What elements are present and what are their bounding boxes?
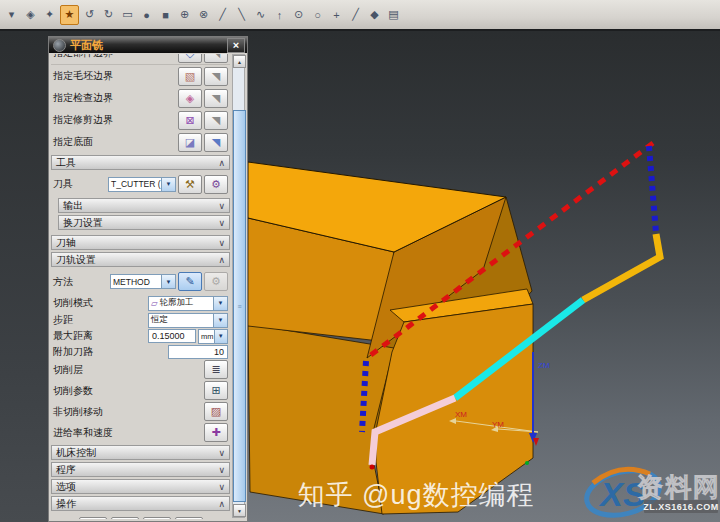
stepover-dropdown[interactable]: 恒定 ▼ [148, 313, 228, 328]
point-circle-icon[interactable]: ⊙ [290, 6, 307, 24]
plus-icon[interactable]: + [328, 6, 345, 24]
trim-boundary-icon[interactable]: ⊠ [178, 111, 202, 130]
row-stepover: 步距 恒定 ▼ [51, 312, 230, 328]
snap-point-icon[interactable]: ✦ [41, 6, 58, 24]
chevron-down-icon: ▼ [214, 330, 228, 343]
blank-boundary-label: 指定毛坯边界 [53, 69, 176, 83]
spline-icon[interactable]: ∿ [252, 6, 269, 24]
max-distance-label: 最大距离 [53, 329, 148, 343]
spin-icon[interactable]: ⊗ [195, 6, 212, 24]
chevron-up-icon: ∧ [218, 499, 225, 509]
dialog-body: 指定部件边界 ◇ ◥ 指定毛坯边界 ▧ ◥ 指定检查边界 ◈ ◥ 指定修剪边界 … [51, 54, 230, 519]
logo-site-name: 资料网 [637, 472, 720, 502]
rotate-right-icon[interactable]: ↻ [100, 6, 117, 24]
line-alt-icon[interactable]: ╲ [233, 6, 250, 24]
part-boundary-select-button[interactable]: ◥ [204, 54, 228, 63]
row-check-boundary: 指定检查边界 ◈ ◥ [51, 87, 230, 109]
non-cutting-moves-button[interactable]: ▨ [204, 402, 228, 421]
row-cut-levels: 切削层 ≣ [51, 359, 230, 380]
rectangle-select-icon[interactable]: ▭ [119, 6, 136, 24]
circle-icon[interactable]: ○ [309, 6, 326, 24]
trim-boundary-select-button[interactable]: ◥ [204, 111, 228, 130]
section-path-settings[interactable]: 刀轨设置 ∧ [51, 252, 230, 267]
render-sphere-icon[interactable]: ● [138, 6, 155, 24]
check-boundary-icon[interactable]: ◈ [178, 89, 202, 108]
chevron-down-icon: ▼ [161, 178, 175, 191]
blank-boundary-select-button[interactable]: ◥ [204, 67, 228, 86]
check-boundary-select-button[interactable]: ◥ [204, 89, 228, 108]
generate-toolpath-button[interactable]: ⇩ [79, 517, 107, 519]
cut-levels-button[interactable]: ≣ [204, 360, 228, 379]
slash-icon[interactable]: ╱ [347, 6, 364, 24]
section-tool-axis[interactable]: 刀轴 ∨ [51, 235, 230, 250]
close-icon[interactable]: × [227, 38, 245, 53]
additional-passes-label: 附加刀路 [53, 345, 168, 359]
rotate-left-icon[interactable]: ↺ [81, 6, 98, 24]
replay-toolpath-button[interactable]: ↺ [111, 517, 139, 519]
section-tool-change[interactable]: 换刀设置 ∨ [58, 215, 230, 230]
chevron-down-icon: ▼ [161, 275, 175, 288]
section-program-label: 程序 [56, 463, 76, 477]
additional-passes-input[interactable]: 10 [168, 345, 228, 359]
axis-label-ym: YM [492, 420, 504, 429]
scroll-down-icon[interactable]: ▼ [233, 504, 246, 517]
watermark-text: 知乎 @ug数控编程 [298, 480, 535, 510]
row-part-boundary-clipped: 指定部件边界 ◇ ◥ [51, 54, 230, 65]
section-options-label: 选项 [56, 480, 76, 494]
section-program[interactable]: 程序 ∨ [51, 462, 230, 477]
max-distance-input[interactable]: 0.15000 [148, 329, 196, 343]
edit-method-button[interactable]: ✎ [178, 272, 202, 291]
part-boundary-icon[interactable]: ◇ [178, 54, 202, 63]
feeds-speeds-button[interactable]: ✚ [204, 423, 228, 442]
shaded-view-icon[interactable]: ■ [157, 6, 174, 24]
axis-origin-point [525, 461, 529, 465]
cut-pattern-label: 切削模式 [53, 296, 148, 310]
tool-dropdown[interactable]: T_CUTTER ( ▼ [108, 177, 176, 192]
section-machine-control[interactable]: 机床控制 ∨ [51, 445, 230, 460]
method-gear-button[interactable]: ⚙ [204, 272, 228, 291]
arrow-up-icon[interactable]: ↑ [271, 6, 288, 24]
selection-filter-icon[interactable]: ◈ [22, 6, 39, 24]
clipboard-icon[interactable]: ▤ [385, 6, 402, 24]
floor-label: 指定底面 [53, 135, 176, 149]
solid-body-icon[interactable]: ◆ [366, 6, 383, 24]
edit-tool-button[interactable]: ⚙ [204, 175, 228, 194]
floor-icon[interactable]: ◪ [178, 133, 202, 152]
scrollbar-thumb[interactable]: ≡ [233, 110, 246, 502]
method-dropdown[interactable]: METHOD ▼ [110, 274, 176, 289]
row-method: 方法 METHOD ▼ ✎ ⚙ [51, 269, 230, 294]
cut-pattern-value: 轮廓加工 [160, 297, 194, 309]
view-dropdown-icon[interactable]: ▾ [3, 6, 20, 24]
new-tool-button[interactable]: ⚒ [178, 175, 202, 194]
line-icon[interactable]: ╱ [214, 6, 231, 24]
chevron-down-icon: ▼ [213, 297, 227, 310]
row-feeds-speeds: 进给率和速度 ✚ [51, 422, 230, 443]
row-cutting-params: 切削参数 ⊞ [51, 380, 230, 401]
tool-label: 刀具 [53, 177, 108, 191]
verify-toolpath-button[interactable]: ✔ [143, 517, 171, 519]
section-tool[interactable]: 工具 ∧ [51, 155, 230, 170]
cutting-params-button[interactable]: ⊞ [204, 381, 228, 400]
method-value: METHOD [113, 277, 150, 287]
list-toolpath-button[interactable]: ▤ [175, 517, 203, 519]
part-boundary-label: 指定部件边界 [53, 54, 176, 60]
max-distance-unit: mm [201, 332, 214, 341]
dialog-title: 平面铣 [70, 38, 103, 53]
section-actions[interactable]: 操作 ∧ [51, 496, 230, 511]
orbit-icon[interactable]: ⊕ [176, 6, 193, 24]
dialog-title-bar[interactable]: 平面铣 × [49, 37, 247, 53]
feeds-speeds-label: 进给率和速度 [53, 426, 202, 440]
stepover-label: 步距 [53, 313, 148, 327]
blank-boundary-icon[interactable]: ▧ [178, 67, 202, 86]
cut-pattern-dropdown[interactable]: ▱ 轮廓加工 ▼ [148, 296, 228, 311]
profile-milling-icon: ▱ [151, 298, 158, 308]
floor-select-button[interactable]: ◥ [204, 133, 228, 152]
section-actions-label: 操作 [56, 497, 76, 511]
snap-star-icon[interactable]: ★ [60, 5, 79, 25]
logo-site-url: ZL.XS1616.COM [643, 502, 719, 512]
section-output[interactable]: 输出 ∨ [58, 198, 230, 213]
max-distance-unit-dropdown[interactable]: mm ▼ [198, 329, 228, 344]
section-options[interactable]: 选项 ∨ [51, 479, 230, 494]
scroll-up-icon[interactable]: ▲ [233, 55, 246, 68]
dialog-scrollbar[interactable]: ▲ ≡ ▼ [232, 54, 245, 518]
